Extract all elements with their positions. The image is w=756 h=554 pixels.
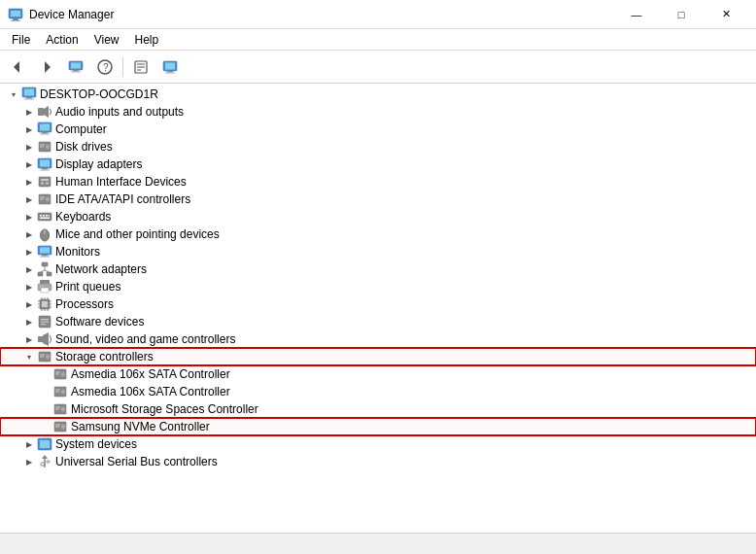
tree-network[interactable]: ▶ Network adapters bbox=[0, 260, 756, 278]
svg-rect-35 bbox=[40, 160, 50, 167]
svg-rect-8 bbox=[73, 70, 79, 72]
keyboards-toggle[interactable]: ▶ bbox=[21, 209, 37, 225]
toolbar-properties-button[interactable] bbox=[127, 54, 155, 80]
tree-sound[interactable]: ▶ Sound, video and game controllers bbox=[0, 330, 756, 348]
root-toggle[interactable]: ▾ bbox=[6, 87, 21, 102]
svg-rect-38 bbox=[39, 177, 51, 187]
tree-system[interactable]: ▶ System devices bbox=[0, 435, 756, 453]
maximize-button[interactable]: □ bbox=[659, 5, 704, 24]
svg-rect-60 bbox=[47, 272, 52, 276]
display-label: Display adapters bbox=[55, 157, 142, 171]
ide-icon bbox=[37, 191, 52, 207]
audio-toggle[interactable]: ▶ bbox=[21, 104, 37, 120]
menu-view[interactable]: View bbox=[86, 31, 127, 49]
toolbar-forward-button[interactable] bbox=[33, 54, 60, 80]
tree-computer[interactable]: ▶ Computer bbox=[0, 121, 756, 138]
properties-icon bbox=[133, 59, 149, 75]
svg-rect-84 bbox=[41, 322, 49, 323]
svg-rect-28 bbox=[42, 132, 48, 134]
svg-point-97 bbox=[61, 390, 66, 395]
menu-help[interactable]: Help bbox=[127, 31, 167, 49]
close-button[interactable]: ✕ bbox=[704, 5, 748, 24]
display-icon bbox=[37, 156, 52, 172]
print-label: Print queues bbox=[55, 280, 120, 294]
menu-action[interactable]: Action bbox=[38, 31, 86, 49]
svg-marker-87 bbox=[43, 332, 49, 346]
display-toggle[interactable]: ▶ bbox=[21, 156, 37, 172]
toolbar-device-manager-button[interactable] bbox=[62, 54, 89, 80]
ide-toggle[interactable]: ▶ bbox=[21, 191, 37, 207]
processors-toggle[interactable]: ▶ bbox=[21, 296, 37, 312]
software-icon bbox=[37, 314, 52, 329]
svg-rect-86 bbox=[38, 336, 43, 342]
print-toggle[interactable]: ▶ bbox=[21, 279, 37, 294]
disk-toggle[interactable]: ▶ bbox=[21, 139, 37, 155]
keyboards-label: Keyboards bbox=[55, 210, 111, 224]
toolbar-monitor-button[interactable] bbox=[156, 54, 184, 80]
disk-label: Disk drives bbox=[55, 140, 113, 154]
tree-disk[interactable]: ▶ Disk drives bbox=[0, 138, 756, 156]
network-toggle[interactable]: ▶ bbox=[21, 261, 37, 277]
svg-rect-21 bbox=[24, 89, 34, 96]
mice-toggle[interactable]: ▶ bbox=[21, 226, 37, 242]
svg-rect-7 bbox=[71, 62, 81, 68]
tree-usb[interactable]: ▶ Universal Serial Bus controllers bbox=[0, 453, 756, 470]
sound-toggle[interactable]: ▶ bbox=[21, 331, 37, 347]
software-label: Software devices bbox=[55, 315, 144, 329]
svg-rect-85 bbox=[41, 324, 46, 325]
usb-toggle[interactable]: ▶ bbox=[21, 454, 37, 469]
tree-msss[interactable]: ▶ Microsoft Storage Spaces Controller bbox=[0, 400, 756, 418]
tree-hid[interactable]: ▶ Human Interface Devices bbox=[0, 173, 756, 190]
tree-asmedia1[interactable]: ▶ Asmedia 106x SATA Controller bbox=[0, 365, 756, 383]
svg-rect-19 bbox=[165, 72, 175, 73]
back-icon bbox=[10, 59, 25, 75]
tree-ide[interactable]: ▶ IDE ATA/ATAPI controllers bbox=[0, 190, 756, 208]
tree-software[interactable]: ▶ Software devices bbox=[0, 313, 756, 330]
software-toggle[interactable]: ▶ bbox=[21, 314, 37, 329]
tree-print[interactable]: ▶ Print queues bbox=[0, 278, 756, 295]
tree-audio[interactable]: ▶ Audio inputs and outputs bbox=[0, 103, 756, 121]
tree-asmedia2[interactable]: ▶ Asmedia 106x SATA Controller bbox=[0, 383, 756, 400]
sound-icon bbox=[37, 331, 52, 347]
tree-mice[interactable]: ▶ Mice and other pointing devices bbox=[0, 225, 756, 243]
window-controls[interactable]: — □ ✕ bbox=[614, 5, 748, 24]
printer-icon bbox=[37, 279, 52, 294]
svg-rect-58 bbox=[42, 262, 48, 266]
root-label: DESKTOP-OOCGD1R bbox=[40, 87, 158, 101]
system-icon bbox=[37, 436, 52, 452]
svg-rect-102 bbox=[55, 407, 60, 408]
hid-label: Human Interface Devices bbox=[55, 175, 187, 189]
device-tree: ▾ DESKTOP-OOCGD1R ▶ bbox=[0, 84, 756, 472]
toolbar-back-button[interactable] bbox=[4, 54, 31, 80]
svg-rect-48 bbox=[43, 215, 45, 217]
tree-keyboards[interactable]: ▶ Keyboards bbox=[0, 208, 756, 225]
processor-icon bbox=[37, 296, 52, 312]
svg-rect-107 bbox=[55, 427, 59, 428]
keyboard-icon bbox=[37, 209, 52, 225]
usb-icon bbox=[37, 454, 52, 469]
tree-display[interactable]: ▶ Display adapters bbox=[0, 156, 756, 173]
monitors-toggle[interactable]: ▶ bbox=[21, 244, 37, 260]
toolbar-help-button[interactable]: ? bbox=[91, 54, 119, 80]
tree-samsung[interactable]: ▶ Samsung NVMe Controller bbox=[0, 418, 756, 435]
computer-toggle[interactable]: ▶ bbox=[21, 121, 37, 137]
svg-rect-33 bbox=[40, 147, 44, 148]
computer-icon2 bbox=[37, 121, 52, 137]
minimize-button[interactable]: — bbox=[614, 5, 659, 24]
svg-rect-59 bbox=[38, 272, 43, 276]
tree-root[interactable]: ▾ DESKTOP-OOCGD1R bbox=[0, 86, 756, 103]
help-icon: ? bbox=[97, 59, 113, 75]
tree-processors[interactable]: ▶ Proces bbox=[0, 295, 756, 313]
system-toggle[interactable]: ▶ bbox=[21, 436, 37, 452]
svg-rect-69 bbox=[42, 301, 48, 307]
tree-storage[interactable]: ▾ Storage controllers bbox=[0, 348, 756, 365]
network-icon bbox=[37, 261, 52, 277]
hid-toggle[interactable]: ▶ bbox=[21, 174, 37, 190]
menu-file[interactable]: File bbox=[4, 31, 38, 49]
svg-point-89 bbox=[46, 355, 51, 360]
tree-monitors[interactable]: ▶ Monitors bbox=[0, 243, 756, 260]
computer-label: Computer bbox=[55, 122, 107, 136]
svg-rect-27 bbox=[40, 124, 50, 131]
storage-toggle[interactable]: ▾ bbox=[21, 349, 37, 364]
audio-icon bbox=[37, 104, 52, 120]
